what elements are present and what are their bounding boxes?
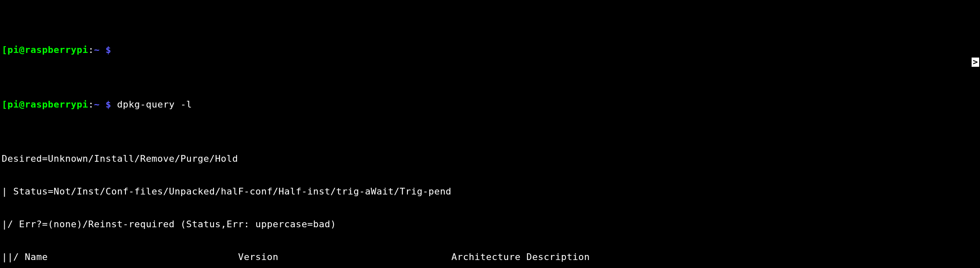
prompt-path: ~ [94, 45, 100, 55]
terminal[interactable]: [pi@raspberrypi:~ $ [pi@raspberrypi:~ $ … [0, 0, 980, 268]
prompt-user-host: pi@raspberrypi [8, 99, 88, 110]
dpkg-header-status: | Status=Not/Inst/Conf-files/Unpacked/ha… [2, 186, 978, 197]
prompt-dollar: $ [100, 45, 112, 55]
prompt-user-host: pi@raspberrypi [8, 45, 88, 55]
command-2: dpkg-query -l [117, 99, 192, 110]
dpkg-column-headers: ||/ Name Version Architecture Descriptio… [2, 252, 978, 263]
prompt-colon: : [88, 99, 94, 110]
prompt-dollar: $ [100, 99, 112, 110]
prompt-bracket: [ [2, 45, 8, 55]
scroll-right-icon: > [972, 58, 979, 67]
prompt-path: ~ [94, 99, 100, 110]
prompt-line-2: [pi@raspberrypi:~ $ dpkg-query -l [2, 99, 978, 110]
dpkg-header-desired: Desired=Unknown/Install/Remove/Purge/Hol… [2, 153, 978, 164]
prompt-bracket: [ [2, 99, 8, 110]
dpkg-header-err: |/ Err?=(none)/Reinst-required (Status,E… [2, 219, 978, 230]
prompt-line-1: [pi@raspberrypi:~ $ [2, 45, 978, 55]
prompt-colon: : [88, 45, 94, 55]
